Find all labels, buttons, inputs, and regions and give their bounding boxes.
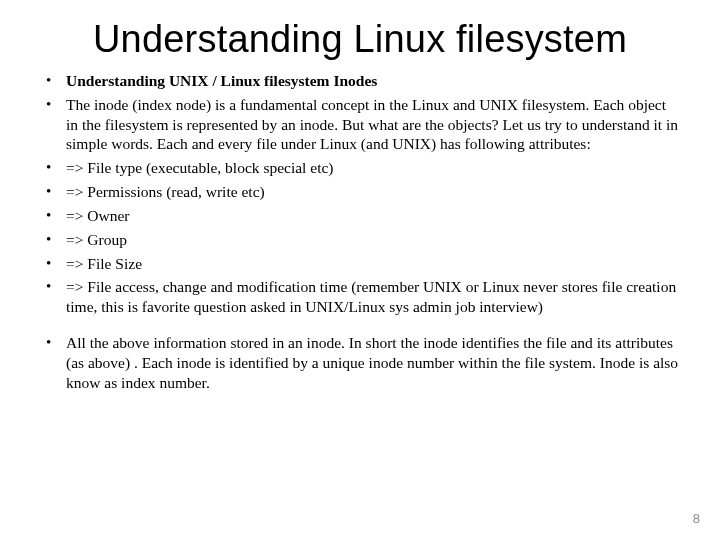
bullet-text: => Group: [66, 231, 127, 248]
bullet-text: => File Size: [66, 255, 142, 272]
bullet-list: Understanding UNIX / Linux filesystem In…: [40, 71, 680, 393]
bullet-text: => Permissions (read, write etc): [66, 183, 265, 200]
bullet-text: => File access, change and modification …: [66, 278, 676, 315]
bullet-item: => File Size: [46, 254, 680, 274]
bullet-item: => Owner: [46, 206, 680, 226]
page-number: 8: [693, 511, 700, 526]
bullet-item: The inode (index node) is a fundamental …: [46, 95, 680, 154]
bullet-item: => File type (executable, block special …: [46, 158, 680, 178]
bullet-item: => File access, change and modification …: [46, 277, 680, 317]
bullet-item: Understanding UNIX / Linux filesystem In…: [46, 71, 680, 91]
bullet-text: => File type (executable, block special …: [66, 159, 334, 176]
bullet-item: All the above information stored in an i…: [46, 333, 680, 392]
bullet-item: => Permissions (read, write etc): [46, 182, 680, 202]
bullet-text: => Owner: [66, 207, 130, 224]
bullet-text: All the above information stored in an i…: [66, 334, 678, 391]
page-title: Understanding Linux filesystem: [40, 18, 680, 61]
bullet-text: Understanding UNIX / Linux filesystem In…: [66, 72, 377, 89]
bullet-item: => Group: [46, 230, 680, 250]
bullet-text: The inode (index node) is a fundamental …: [66, 96, 678, 153]
slide: Understanding Linux filesystem Understan…: [0, 0, 720, 540]
